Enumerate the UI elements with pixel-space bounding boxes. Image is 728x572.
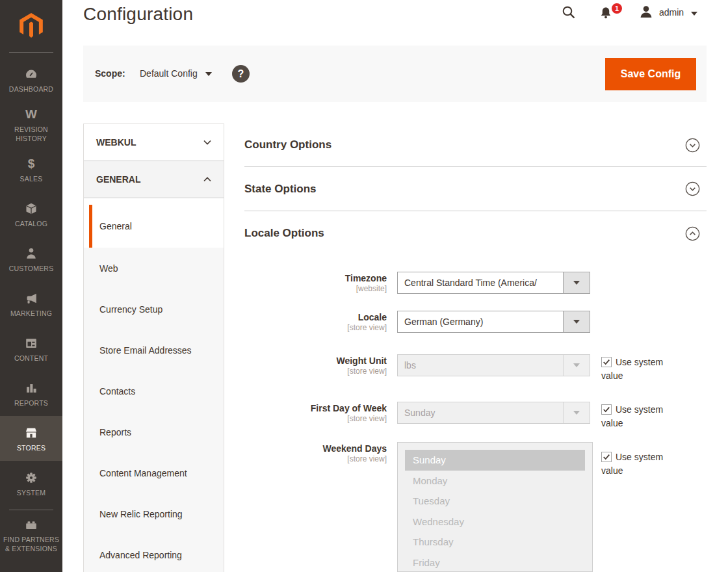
sidebar-item-label: SYSTEM bbox=[17, 488, 46, 497]
admin-user-icon[interactable] bbox=[638, 4, 654, 20]
customers-icon bbox=[23, 246, 39, 261]
scope-help-button[interactable]: ? bbox=[232, 65, 250, 83]
sidebar-item-dashboard[interactable]: DASHBOARD bbox=[0, 57, 62, 102]
weekend-days-label: Weekend Days [store view] bbox=[244, 443, 387, 464]
multiselect-option: Wednesday bbox=[405, 512, 585, 532]
config-group-label: GENERAL bbox=[96, 174, 140, 185]
sales-icon: $ bbox=[23, 156, 39, 172]
sidebar-item-marketing[interactable]: MARKETING bbox=[0, 281, 62, 326]
config-nav-item-advanced-reporting[interactable]: Advanced Reporting bbox=[84, 534, 224, 572]
notification-count-badge[interactable]: 1 bbox=[610, 2, 623, 15]
sidebar-item-stores[interactable]: STORES bbox=[0, 416, 62, 461]
multiselect-option: Monday bbox=[405, 471, 585, 491]
section-locale-options[interactable]: Locale Options bbox=[244, 211, 707, 255]
sidebar-item-label: CONTENT bbox=[14, 354, 48, 363]
config-nav-item-new-relic-reporting[interactable]: New Relic Reporting bbox=[84, 493, 224, 534]
config-nav-item-content-management[interactable]: Content Management bbox=[84, 452, 224, 493]
reports-icon bbox=[23, 380, 39, 396]
sidebar-item-label: SALES bbox=[20, 174, 43, 183]
save-config-button[interactable]: Save Config bbox=[605, 58, 696, 90]
marketing-icon bbox=[23, 291, 39, 306]
weight-unit-use-system[interactable]: Use system value bbox=[601, 356, 678, 383]
sidebar-item-label: STORES bbox=[17, 443, 46, 452]
multiselect-option: Thursday bbox=[405, 532, 585, 552]
weight-unit-label: Weight Unit [store view] bbox=[244, 356, 387, 376]
config-main: Country Options State Options Locale Opt… bbox=[244, 124, 707, 572]
magento-logo[interactable] bbox=[0, 6, 62, 46]
sidebar-divider bbox=[9, 510, 53, 510]
scope-switcher[interactable]: Default Config bbox=[140, 68, 198, 79]
weekend-days-use-system[interactable]: Use system value bbox=[601, 450, 678, 478]
chevron-down-circle-icon[interactable] bbox=[685, 138, 700, 153]
config-nav-item-web[interactable]: Web bbox=[84, 248, 224, 289]
first-day-use-system[interactable]: Use system value bbox=[601, 403, 678, 430]
locale-select[interactable]: German (Germany) bbox=[397, 311, 590, 333]
multiselect-option-selected: Sunday bbox=[405, 450, 585, 471]
config-nav-item-contacts[interactable]: Contacts bbox=[84, 370, 224, 411]
sidebar-item-reports[interactable]: REPORTS bbox=[0, 371, 62, 416]
sidebar-item-catalog[interactable]: CATALOG bbox=[0, 192, 62, 237]
weight-unit-select: lbs bbox=[397, 354, 590, 376]
sidebar-item-content[interactable]: CONTENT bbox=[0, 326, 62, 371]
config-nav-item-reports[interactable]: Reports bbox=[84, 411, 224, 452]
sidebar-item-label: MARKETING bbox=[10, 309, 52, 318]
magento-admin-app: DASHBOARD W REVISION HISTORY $ SALES CAT… bbox=[0, 0, 728, 572]
weight-unit-value: lbs bbox=[398, 355, 563, 376]
select-arrow-icon[interactable] bbox=[563, 272, 590, 293]
chevron-up-icon bbox=[203, 176, 212, 183]
locale-value: German (Germany) bbox=[398, 311, 563, 332]
locale-label: Locale [store view] bbox=[244, 312, 387, 333]
config-nav-item-general[interactable]: General bbox=[84, 205, 224, 248]
system-icon bbox=[23, 470, 39, 486]
sidebar-item-find-partners[interactable]: FIND PARTNERS & EXTENSIONS bbox=[0, 512, 62, 557]
sidebar-item-sales[interactable]: $ SALES bbox=[0, 147, 62, 192]
scope-label: Scope: bbox=[95, 68, 125, 79]
config-nav-item-store-email-addresses[interactable]: Store Email Addresses bbox=[84, 330, 224, 370]
config-group-label: WEBKUL bbox=[96, 137, 136, 148]
stores-icon bbox=[23, 425, 39, 441]
sidebar-item-customers[interactable]: CUSTOMERS bbox=[0, 237, 62, 281]
checkbox-checked-icon[interactable] bbox=[601, 452, 612, 462]
section-state-options[interactable]: State Options bbox=[244, 167, 707, 211]
page: Configuration 1 admin Scope: Default Con… bbox=[62, 0, 728, 572]
weekend-days-multiselect: Sunday Monday Tuesday Wednesday Thursday… bbox=[397, 442, 593, 572]
chevron-up-circle-icon[interactable] bbox=[685, 226, 700, 241]
sidebar-item-label: CUSTOMERS bbox=[9, 264, 54, 273]
sidebar-divider bbox=[9, 52, 53, 53]
chevron-down-icon bbox=[203, 139, 212, 146]
chevron-down-circle-icon[interactable] bbox=[685, 181, 700, 196]
sidebar-item-revision-history[interactable]: W REVISION HISTORY bbox=[0, 102, 62, 147]
scope-caret-icon[interactable] bbox=[205, 72, 212, 76]
timezone-value: Central Standard Time (America/ bbox=[398, 272, 563, 293]
search-icon[interactable] bbox=[561, 5, 577, 20]
checkbox-checked-icon[interactable] bbox=[601, 357, 612, 367]
sidebar-menu: DASHBOARD W REVISION HISTORY $ SALES CAT… bbox=[0, 57, 62, 557]
sidebar-item-system[interactable]: SYSTEM bbox=[0, 461, 62, 506]
first-day-value: Sunday bbox=[398, 402, 563, 423]
config-nav-panel: WEBKUL GENERAL General Web Currency Setu… bbox=[83, 124, 224, 572]
scope-hint: [store view] bbox=[244, 414, 387, 424]
extensions-icon bbox=[23, 517, 39, 532]
config-group-webkul[interactable]: WEBKUL bbox=[84, 124, 224, 161]
scope-hint: [store view] bbox=[244, 454, 387, 464]
magento-logo-icon bbox=[16, 11, 46, 41]
admin-sidebar: DASHBOARD W REVISION HISTORY $ SALES CAT… bbox=[0, 0, 62, 572]
user-menu-caret-icon[interactable] bbox=[691, 12, 697, 16]
config-nav-item-currency-setup[interactable]: Currency Setup bbox=[84, 289, 224, 330]
select-arrow-icon[interactable] bbox=[563, 311, 590, 332]
sidebar-item-label: REPORTS bbox=[14, 398, 48, 408]
timezone-select[interactable]: Central Standard Time (America/ bbox=[397, 272, 590, 294]
dashboard-icon bbox=[23, 66, 39, 82]
catalog-icon bbox=[23, 201, 39, 216]
config-group-general[interactable]: GENERAL bbox=[84, 161, 224, 198]
first-day-label: First Day of Week [store view] bbox=[244, 403, 387, 424]
section-title: Country Options bbox=[244, 138, 332, 151]
revision-history-icon: W bbox=[23, 107, 39, 122]
section-title: Locale Options bbox=[244, 227, 324, 240]
scope-bar: Scope: Default Config ? Save Config bbox=[83, 46, 707, 102]
admin-user-name[interactable]: admin bbox=[659, 7, 684, 18]
sidebar-item-label: REVISION HISTORY bbox=[2, 125, 60, 143]
multiselect-option: Friday bbox=[405, 552, 585, 572]
section-country-options[interactable]: Country Options bbox=[244, 124, 707, 167]
checkbox-checked-icon[interactable] bbox=[601, 404, 612, 415]
